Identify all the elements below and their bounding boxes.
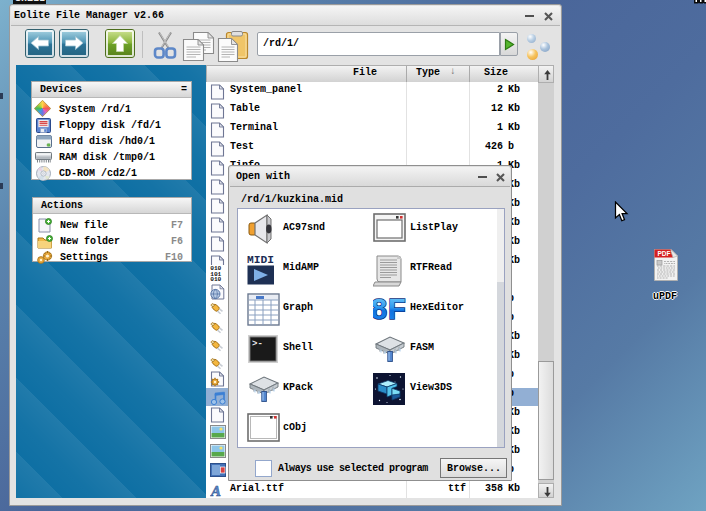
svg-text:A: A <box>210 483 221 498</box>
svg-text:MIDI: MIDI <box>247 253 274 266</box>
svg-text:010: 010 <box>210 276 221 281</box>
svg-text:PDF: PDF <box>658 250 671 257</box>
svg-text:8: 8 <box>373 293 387 323</box>
svg-text:F: F <box>388 293 406 323</box>
svg-text:>-: >- <box>252 339 263 349</box>
